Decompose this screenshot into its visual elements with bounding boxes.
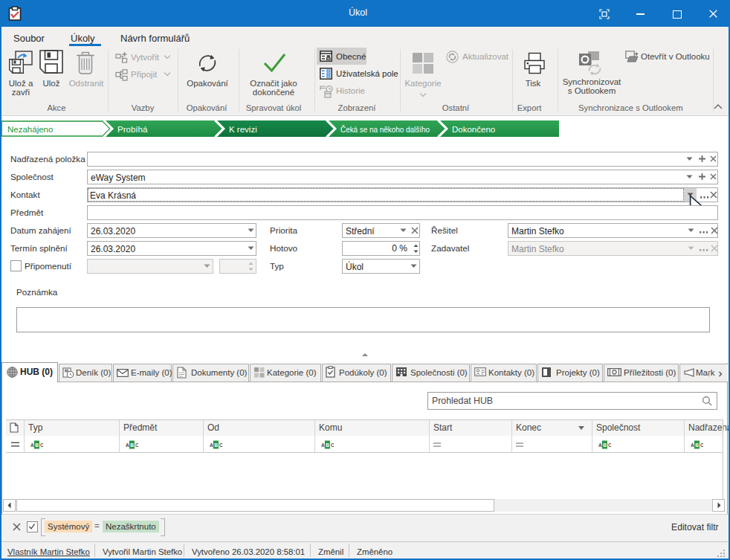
- svg-text:B: B: [326, 442, 329, 448]
- svg-text:B: B: [603, 442, 607, 448]
- svg-text:B: B: [130, 442, 134, 448]
- svg-text:A: A: [321, 442, 325, 448]
- svg-text:B: B: [35, 442, 39, 448]
- svg-text:Čeká se na někoho dalšího: Čeká se na někoho dalšího: [340, 125, 430, 134]
- svg-text:Dokončeno: Dokončeno: [452, 125, 495, 134]
- svg-text:A: A: [30, 442, 34, 448]
- svg-text:A: A: [210, 442, 213, 448]
- svg-text:C: C: [608, 442, 611, 448]
- svg-text:C: C: [40, 442, 43, 448]
- svg-text:C: C: [219, 442, 222, 448]
- svg-text:Probíhá: Probíhá: [117, 125, 148, 134]
- svg-text:A: A: [598, 442, 602, 448]
- svg-text:Nezahájeno: Nezahájeno: [7, 125, 53, 134]
- svg-text:C: C: [700, 442, 703, 448]
- svg-text:A: A: [691, 442, 694, 448]
- svg-text:A: A: [126, 442, 129, 448]
- svg-text:B: B: [214, 442, 218, 448]
- svg-text:K revizi: K revizi: [229, 125, 257, 134]
- svg-text:C: C: [331, 442, 334, 448]
- svg-text:C: C: [135, 442, 138, 448]
- svg-text:B: B: [695, 442, 699, 448]
